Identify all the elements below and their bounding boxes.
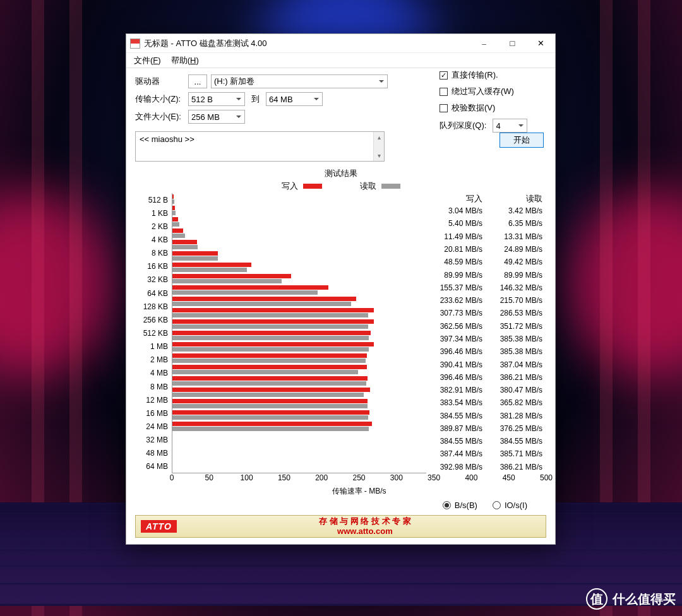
- start-button[interactable]: 开始: [500, 133, 544, 148]
- write-bar: [172, 251, 218, 256]
- results-title: 测试结果: [135, 168, 546, 179]
- write-value: 89.99 MB/s: [426, 271, 486, 280]
- write-bar: [172, 410, 369, 415]
- read-bar: [172, 415, 368, 420]
- close-button[interactable]: ✕: [527, 34, 555, 53]
- write-bar: [172, 240, 197, 244]
- read-bar: [172, 290, 318, 295]
- write-bar: [172, 285, 328, 290]
- scrollbar[interactable]: ▴ ▾: [373, 132, 384, 161]
- read-value: 24.89 MB/s: [486, 245, 546, 254]
- transfer-size-from-select[interactable]: 512 B: [188, 92, 245, 106]
- write-value: 48.59 MB/s: [426, 258, 486, 266]
- y-tick-label: 32 MB: [135, 434, 172, 447]
- y-tick-label: 16 KB: [135, 260, 172, 273]
- drive-select[interactable]: (H:) 新加卷: [211, 74, 388, 88]
- write-bar: [172, 388, 370, 392]
- scroll-up-icon[interactable]: ▴: [374, 132, 384, 143]
- table-row: 387.44 MB/s385.71 MB/s: [426, 447, 546, 460]
- read-bar: [172, 234, 185, 238]
- transfer-size-label: 传输大小(Z):: [135, 93, 184, 105]
- read-bar: [172, 268, 247, 272]
- description-textbox[interactable]: << miaoshu >> ▴ ▾: [135, 131, 385, 162]
- radio-io-per-sec[interactable]: IO/s(I): [493, 500, 527, 510]
- write-bar: [172, 353, 367, 358]
- x-tick-label: 400: [465, 473, 477, 482]
- table-row: 389.87 MB/s376.25 MB/s: [426, 422, 546, 435]
- y-tick-label: 4 KB: [135, 233, 172, 246]
- table-row: 383.54 MB/s365.82 MB/s: [426, 396, 546, 409]
- file-size-select[interactable]: 256 MB: [188, 110, 245, 124]
- transfer-size-to-select[interactable]: 64 MB: [266, 92, 323, 106]
- bar-group: [172, 364, 426, 375]
- read-value: 351.72 MB/s: [486, 322, 546, 331]
- radio-bytes-per-sec[interactable]: B/s(B): [443, 500, 477, 510]
- table-row: 362.56 MB/s351.72 MB/s: [426, 320, 546, 333]
- read-value: 376.25 MB/s: [486, 424, 546, 433]
- write-value: 362.56 MB/s: [426, 322, 486, 331]
- settings-panel: 驱动器 ... (H:) 新加卷 传输大小(Z): 512 B 到 64 MB …: [126, 68, 555, 131]
- read-value: 49.42 MB/s: [486, 258, 546, 266]
- write-bar: [172, 228, 183, 233]
- table-row: 392.98 MB/s386.21 MB/s: [426, 461, 546, 473]
- write-value: 384.55 MB/s: [426, 437, 486, 446]
- read-bar: [172, 404, 368, 408]
- y-tick-label: 512 KB: [135, 326, 172, 340]
- scroll-down-icon[interactable]: ▾: [374, 150, 384, 161]
- watermark: 值 什么值得买: [586, 588, 676, 610]
- menu-help[interactable]: 帮助(H): [166, 54, 204, 68]
- read-value: 387.04 MB/s: [486, 360, 546, 369]
- x-tick-label: 50: [205, 473, 213, 482]
- read-bar: [172, 245, 198, 249]
- write-value: 5.40 MB/s: [426, 219, 486, 228]
- write-bar: [172, 376, 368, 381]
- queue-depth-select[interactable]: 4: [493, 119, 527, 133]
- bar-group: [172, 352, 426, 364]
- write-value: 233.62 MB/s: [426, 296, 486, 305]
- write-bar: [172, 342, 374, 346]
- table-row: 5.40 MB/s6.35 MB/s: [426, 217, 546, 230]
- read-value: 3.42 MB/s: [486, 206, 546, 215]
- bypass-cache-checkbox[interactable]: 绕过写入缓存(W): [440, 86, 527, 97]
- y-axis-labels: 512 B1 KB2 KB4 KB8 KB16 KB32 KB64 KB128 …: [135, 193, 172, 473]
- write-value: 382.91 MB/s: [426, 386, 486, 394]
- bar-group: [172, 284, 426, 295]
- read-bar: [172, 336, 369, 340]
- write-value: 384.55 MB/s: [426, 412, 486, 420]
- table-header-read: 读取: [486, 193, 546, 204]
- write-value: 389.87 MB/s: [426, 424, 486, 433]
- maximize-button[interactable]: □: [498, 34, 527, 53]
- verify-checkbox[interactable]: 校验数据(V): [440, 102, 527, 114]
- table-row: 396.46 MB/s386.21 MB/s: [426, 371, 546, 384]
- write-bar: [172, 206, 175, 210]
- menubar: 文件(F) 帮助(H): [126, 53, 555, 68]
- bar-group: [172, 261, 426, 273]
- y-tick-label: 64 KB: [135, 287, 172, 300]
- x-tick-label: 0: [170, 473, 174, 482]
- drive-refresh-button[interactable]: ...: [188, 74, 207, 88]
- direct-io-checkbox[interactable]: ✓ 直接传输(R).: [440, 69, 527, 81]
- write-bar: [172, 399, 368, 403]
- read-value: 386.21 MB/s: [486, 463, 546, 471]
- y-tick-label: 4 MB: [135, 367, 172, 380]
- read-bar: [172, 370, 358, 374]
- minimize-button[interactable]: –: [470, 34, 498, 53]
- write-value: 307.73 MB/s: [426, 309, 486, 317]
- menu-file[interactable]: 文件(F): [129, 54, 166, 68]
- bar-group: [172, 250, 426, 261]
- table-row: 384.55 MB/s384.55 MB/s: [426, 435, 546, 447]
- read-value: 215.70 MB/s: [486, 296, 546, 305]
- y-tick-label: 2 MB: [135, 353, 172, 367]
- bar-group: [172, 398, 426, 409]
- read-value: 386.21 MB/s: [486, 373, 546, 382]
- table-row: 384.55 MB/s381.28 MB/s: [426, 410, 546, 422]
- y-tick-label: 1 MB: [135, 340, 172, 353]
- atto-logo: ATTO: [141, 520, 177, 533]
- bar-group: [172, 227, 426, 239]
- read-bar: [172, 302, 351, 306]
- x-axis: 050100150200250300350400450500: [172, 473, 546, 485]
- read-bar: [172, 381, 366, 386]
- y-tick-label: 16 MB: [135, 406, 172, 420]
- x-tick-label: 500: [540, 473, 553, 482]
- read-bar: [172, 199, 174, 204]
